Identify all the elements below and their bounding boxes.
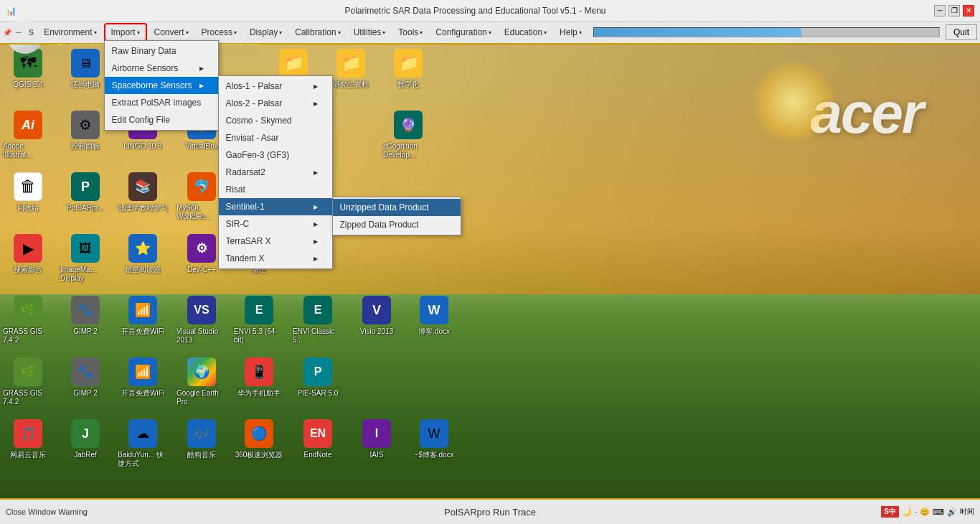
envicl-label: ENVI Classic 5... bbox=[293, 327, 343, 345]
wifi-label: 开言免费WiFi bbox=[121, 389, 164, 398]
grass2-label: GRASS GIS 7.4.2 bbox=[3, 389, 53, 406]
list-item[interactable]: 🎶 酷狗音乐 bbox=[174, 416, 230, 462]
list-item[interactable]: 📚 地理学教程学习 bbox=[115, 169, 171, 215]
list-item[interactable]: W ~$博客.docx bbox=[406, 416, 462, 462]
unzipped-item[interactable]: Unzipped Data Product bbox=[333, 199, 461, 216]
list-item[interactable]: 📱 华为手机助手 bbox=[231, 355, 287, 401]
list-item[interactable]: P PolSARpr... bbox=[57, 169, 113, 215]
baidu-label: BaiduYun... 快捷方式 bbox=[118, 451, 168, 468]
environment-arrow: ▾ bbox=[94, 29, 97, 36]
list-item[interactable]: EN EndNote bbox=[290, 416, 346, 462]
radarsat-item[interactable]: Radarsat2 ▶ bbox=[219, 164, 332, 181]
list-item[interactable]: J JabRef bbox=[57, 416, 113, 462]
cosmo-item[interactable]: Cosmo - Skymed bbox=[219, 112, 332, 129]
word-label: 博客.docx bbox=[418, 327, 450, 336]
search-music-label: 搜索影音 bbox=[14, 266, 42, 274]
quit-button[interactable]: Quit bbox=[946, 24, 977, 40]
list-item[interactable]: 🖼 ImageMa... Display bbox=[57, 231, 113, 286]
tray-keyboard-icon: ⌨ bbox=[933, 507, 944, 517]
restore-button[interactable]: ❐ bbox=[948, 5, 960, 17]
menu-utilities[interactable]: Utilities ▾ bbox=[348, 24, 392, 40]
list-item[interactable]: W 博客.docx bbox=[406, 293, 462, 339]
edit-config-item[interactable]: Edit Config File bbox=[105, 111, 218, 128]
menu-education[interactable]: Education ▾ bbox=[499, 24, 552, 40]
list-item[interactable]: VS Visual Studio 2013 bbox=[174, 293, 230, 347]
list-item[interactable]: Ai Adobe Illustrat... bbox=[0, 108, 56, 162]
menu-calibration[interactable]: Calibration ▾ bbox=[289, 24, 346, 40]
menu-convert[interactable]: Convert ▾ bbox=[149, 24, 194, 40]
sentinel-item[interactable]: Sentinel-1 ▶ Unzipped Data Product Zippe… bbox=[219, 198, 332, 215]
wifi-icon: 📶 bbox=[128, 357, 157, 386]
kaiyuan-label: 开言免费WiFi bbox=[121, 327, 164, 336]
geobook-icon: 📚 bbox=[128, 172, 157, 201]
list-item[interactable]: 🐾 GIMP 2 bbox=[57, 355, 113, 401]
title-bar-icon: 📊 bbox=[6, 6, 17, 16]
list-item[interactable]: I IAIS bbox=[349, 416, 405, 462]
geobook-label: 地理学教程学习 bbox=[118, 204, 168, 212]
tandem-item[interactable]: Tandem X ▶ bbox=[219, 250, 332, 267]
spaceborne-sensors-item[interactable]: Spaceborne Sensors ▶ Alos-1 - Palsar ▶ A… bbox=[105, 77, 218, 94]
list-item[interactable]: 🔮 eCognition Develop... bbox=[380, 108, 436, 162]
menu-environment[interactable]: Environment ▾ bbox=[38, 24, 102, 40]
grass-label: GRASS GIS 7.4.2 bbox=[3, 327, 53, 345]
menu-s-label: S bbox=[26, 27, 37, 38]
list-item[interactable]: 📁 数字化 bbox=[380, 46, 436, 92]
menu-dash: ─ bbox=[13, 27, 24, 38]
superstar-label: 超星阅读器 bbox=[125, 266, 161, 274]
close-button[interactable]: ✕ bbox=[963, 5, 974, 17]
list-item[interactable]: 🌿 GRASS GIS 7.4.2 bbox=[0, 355, 56, 409]
list-item[interactable]: P PIE-SAR 5.0 bbox=[290, 355, 346, 401]
digit-folder-label: 数字化 bbox=[397, 80, 419, 89]
envisat-item[interactable]: Envisat - Asar bbox=[219, 129, 332, 146]
list-item[interactable]: 📶 开言免费WiFi bbox=[115, 293, 171, 339]
sentinel-submenu: Unzipped Data Product Zipped Data Produc… bbox=[332, 197, 461, 235]
zipped-item[interactable]: Zipped Data Product bbox=[333, 216, 461, 233]
list-item[interactable]: ☁ BaiduYun... 快捷方式 bbox=[115, 416, 171, 471]
googleearth-label: Google Earth Pro bbox=[176, 389, 227, 406]
list-item[interactable]: ⭐ 超星阅读器 bbox=[115, 231, 171, 277]
terrasar-item[interactable]: TerraSAR X ▶ bbox=[219, 233, 332, 250]
jabref-icon: J bbox=[71, 419, 100, 448]
list-item[interactable]: 🐾 GIMP 2 bbox=[57, 293, 113, 339]
menu-import[interactable]: Import ▾ Raw Binary Data Airborne Sensor… bbox=[104, 23, 147, 42]
huawei-icon: 📱 bbox=[245, 357, 273, 386]
menu-tools[interactable]: Tools ▾ bbox=[392, 24, 428, 40]
menu-configuration[interactable]: Configuration ▾ bbox=[430, 24, 496, 40]
list-item[interactable]: ▶ 搜索影音 bbox=[0, 231, 56, 277]
raw-binary-item[interactable]: Raw Binary Data bbox=[105, 42, 218, 60]
menu-display[interactable]: Display ▾ bbox=[244, 24, 288, 40]
list-item[interactable]: 🌍 Google Earth Pro bbox=[174, 355, 230, 409]
kaiyuan-icon: 📶 bbox=[128, 296, 157, 324]
huawei-label: 华为手机助手 bbox=[237, 389, 281, 398]
360-icon: 🔵 bbox=[245, 419, 273, 448]
menu-process[interactable]: Process ▾ bbox=[196, 24, 242, 40]
run-trace-text: PolSARpro Run Trace bbox=[444, 507, 536, 518]
lingo-label: LINGO 10.3 bbox=[123, 142, 161, 151]
minimize-button[interactable]: ─ bbox=[934, 5, 946, 17]
ecog-label: eCognition Develop... bbox=[383, 142, 433, 159]
list-item[interactable]: 🌿 GRASS GIS 7.4.2 bbox=[0, 293, 56, 347]
alos1-item[interactable]: Alos-1 - Palsar ▶ bbox=[219, 78, 332, 95]
close-warning-text: Close Window Warning bbox=[6, 507, 88, 516]
gaofen-item[interactable]: GaoFen-3 (GF3) bbox=[219, 146, 332, 164]
list-item[interactable]: V Visio 2013 bbox=[349, 293, 405, 339]
menu-help[interactable]: Help ▾ bbox=[554, 24, 588, 40]
progress-bar-container bbox=[593, 27, 940, 37]
pc-icon: 🖥 bbox=[71, 49, 100, 78]
devcpp-label: Dev-C++ bbox=[187, 266, 216, 274]
list-item[interactable]: 📶 开言免费WiFi bbox=[115, 355, 171, 401]
risat-item[interactable]: Risat bbox=[219, 181, 332, 198]
list-item[interactable]: E ENVI Classic 5... bbox=[290, 293, 346, 347]
list-item[interactable]: 🎵 网易云音乐 bbox=[0, 416, 56, 462]
tray-smile-icon: 😊 bbox=[920, 507, 930, 517]
extract-polsar-item[interactable]: Extract PolSAR images bbox=[105, 94, 218, 111]
list-item[interactable]: 🔵 360极速浏览器 bbox=[231, 416, 287, 462]
list-item[interactable]: E ENVI 5.3 (64-bit) bbox=[231, 293, 287, 347]
netease-label: 网易云音乐 bbox=[10, 451, 46, 459]
vs2013-icon: VS bbox=[187, 296, 216, 324]
list-item[interactable]: 🗑 回收站 bbox=[0, 169, 56, 215]
alos2-item[interactable]: Alos-2 - Palsar ▶ bbox=[219, 95, 332, 112]
airborne-sensors-item[interactable]: Airborne Sensors ▶ bbox=[105, 60, 218, 77]
progress-bar-fill bbox=[594, 28, 801, 37]
sirc-item[interactable]: SIR-C ▶ bbox=[219, 215, 332, 233]
